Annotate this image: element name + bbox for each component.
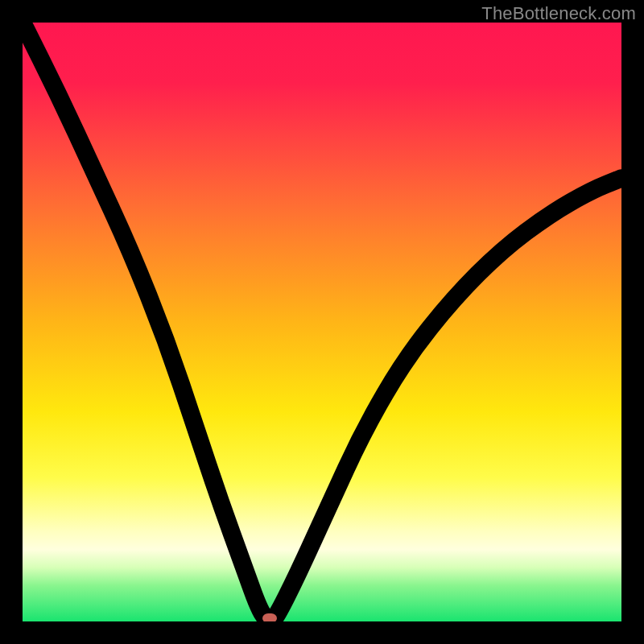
bottleneck-curve [23,23,621,621]
chart-stage: TheBottleneck.com [0,0,644,644]
plot-area [23,23,621,621]
watermark-text: TheBottleneck.com [481,3,636,24]
optimal-point-marker [262,613,277,621]
